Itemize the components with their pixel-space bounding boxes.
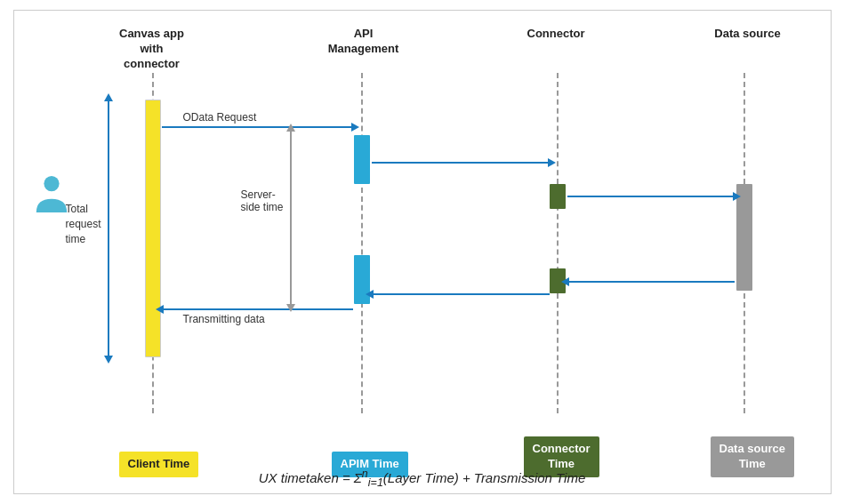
col-header-connector: Connector xyxy=(523,27,590,42)
label-transmitting-data: Transmitting data xyxy=(183,313,265,325)
col-header-datasource: Data source xyxy=(712,27,784,42)
total-request-v-arrow xyxy=(108,100,109,357)
bottom-box-datasource: Data sourceTime xyxy=(711,436,794,477)
arrow-datasource-to-connector xyxy=(567,281,735,283)
server-side-v-arrow xyxy=(290,130,292,306)
bottom-box-client: Client Time xyxy=(119,452,199,477)
diagram-container: Canvas appwith connector API Management … xyxy=(13,10,832,494)
col-header-canvas: Canvas appwith connector xyxy=(112,27,192,72)
formula: UX timetaken = Σni=1(Layer Time) + Trans… xyxy=(259,468,586,489)
person-icon xyxy=(34,175,69,218)
lifeline-apim xyxy=(361,73,363,413)
canvas-time-block xyxy=(145,100,161,357)
label-total-request-time: Totalrequesttime xyxy=(66,202,101,246)
col-header-apim: API Management xyxy=(324,27,404,57)
arrow-connector-to-apim xyxy=(372,293,550,295)
lifeline-connector xyxy=(557,73,559,413)
label-odata-request: OData Request xyxy=(183,111,257,124)
svg-point-0 xyxy=(44,176,59,191)
connector-time-block-top xyxy=(550,184,566,209)
label-server-side-time: Server-side time xyxy=(241,188,284,213)
arrow-apim-to-connector xyxy=(372,162,550,164)
arrow-transmitting-data xyxy=(162,308,353,310)
arrow-connector-to-datasource xyxy=(567,196,735,197)
apim-time-block-top xyxy=(354,135,370,184)
arrow-odata-request xyxy=(162,126,353,128)
